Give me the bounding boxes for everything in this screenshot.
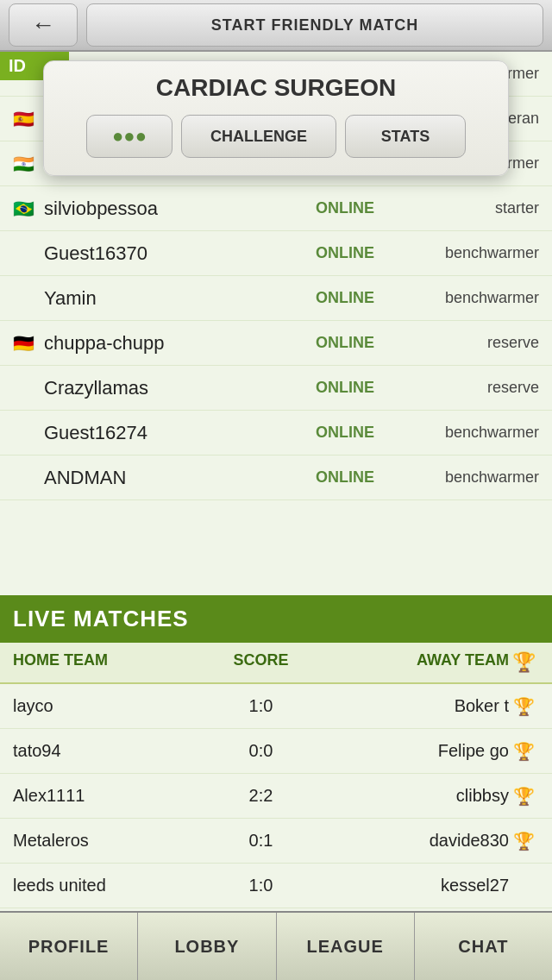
player-rank: benchwarmer xyxy=(401,468,539,487)
player-status: ONLINE xyxy=(289,334,401,352)
match-away-team: Felipe go xyxy=(304,741,510,761)
player-name: Guest16274 xyxy=(44,422,289,444)
player-rank: reserve xyxy=(401,379,539,397)
match-row[interactable]: layco 1:0 Boker t 🏆 xyxy=(0,684,552,729)
match-row[interactable]: leeds united 1:0 kessel27 xyxy=(0,864,552,908)
modal-title: CARDIAC SURGEON xyxy=(61,74,491,102)
match-home-team: layco xyxy=(13,696,218,716)
player-status: ONLINE xyxy=(289,379,401,397)
profile-nav-button[interactable]: PROFILE xyxy=(0,913,138,980)
player-name: ANDMAN xyxy=(44,467,289,489)
trophy-icon: 🏆 xyxy=(509,696,539,717)
trophy-icon: 🏆 xyxy=(509,741,539,762)
league-nav-button[interactable]: LEAGUE xyxy=(277,913,415,980)
match-home-team: tato94 xyxy=(13,741,218,761)
player-row[interactable]: 🇧🇷 silviobpessoa ONLINE starter xyxy=(0,186,552,231)
player-flag: 🇧🇷 xyxy=(13,198,37,219)
player-name: Crazyllamas xyxy=(44,377,289,399)
match-score: 0:1 xyxy=(218,831,304,851)
player-status: ONLINE xyxy=(289,244,401,262)
match-score: 1:0 xyxy=(218,876,304,895)
dots-button[interactable]: ●●● xyxy=(86,115,172,158)
player-row[interactable]: Guest16370 ONLINE benchwarmer xyxy=(0,231,552,276)
player-flag: 🇩🇪 xyxy=(13,333,37,354)
player-row[interactable]: ANDMAN ONLINE benchwarmer xyxy=(0,455,552,500)
matches-table-header: HOME TEAM SCORE AWAY TEAM 🏆 xyxy=(0,643,552,684)
match-row[interactable]: tato94 0:0 Felipe go 🏆 xyxy=(0,729,552,774)
trophy-icon: 🏆 xyxy=(509,786,539,807)
trophy-icon: 🏆 xyxy=(509,831,539,851)
player-name: Guest16370 xyxy=(44,242,289,265)
player-rank: benchwarmer xyxy=(401,289,539,307)
player-name: silviobpessoa xyxy=(44,198,289,220)
match-away-team: Boker t xyxy=(304,696,510,716)
stats-button[interactable]: STATS xyxy=(345,115,466,158)
player-status: ONLINE xyxy=(289,289,401,307)
player-rank: benchwarmer xyxy=(401,424,539,442)
match-row[interactable]: Alex1111 2:2 clibbsy 🏆 xyxy=(0,774,552,819)
modal-buttons: ●●● CHALLENGE STATS xyxy=(61,115,491,158)
player-name: Yamin xyxy=(44,287,289,310)
player-row[interactable]: Yamin ONLINE benchwarmer xyxy=(0,276,552,321)
match-away-team: clibbsy xyxy=(304,786,510,806)
player-rank: starter xyxy=(401,199,539,217)
player-status: ONLINE xyxy=(289,424,401,442)
match-away-team: davide830 xyxy=(304,831,510,851)
bottom-nav: PROFILE LOBBY LEAGUE CHAT xyxy=(0,911,552,980)
match-score: 2:2 xyxy=(218,786,304,806)
matches-table: HOME TEAM SCORE AWAY TEAM 🏆 layco 1:0 Bo… xyxy=(0,643,552,953)
player-modal: CARDIAC SURGEON ●●● CHALLENGE STATS xyxy=(43,60,509,176)
live-matches-header: LIVE MATCHES xyxy=(0,595,552,643)
player-status: ONLINE xyxy=(289,468,401,487)
match-score: 1:0 xyxy=(218,696,304,716)
match-home-team: Metaleros xyxy=(13,831,218,851)
start-friendly-match-button[interactable]: START FRIENDLY MATCH xyxy=(86,3,543,47)
match-home-team: Alex1111 xyxy=(13,786,218,806)
live-matches-title: LIVE MATCHES xyxy=(13,606,189,631)
match-score: 0:0 xyxy=(218,741,304,761)
modal-overlay: CARDIAC SURGEON ●●● CHALLENGE STATS xyxy=(0,52,552,176)
score-header: SCORE xyxy=(218,651,304,674)
player-status: ONLINE xyxy=(289,199,401,217)
lobby-nav-button[interactable]: LOBBY xyxy=(138,913,276,980)
home-team-header: HOME TEAM xyxy=(13,651,218,674)
player-rank: benchwarmer xyxy=(401,244,539,262)
player-row[interactable]: Crazyllamas ONLINE reserve xyxy=(0,366,552,411)
match-home-team: leeds united xyxy=(13,876,218,895)
player-name: chuppa-chupp xyxy=(44,332,289,355)
player-row[interactable]: 🇩🇪 chuppa-chupp ONLINE reserve xyxy=(0,321,552,366)
top-bar: ← START FRIENDLY MATCH xyxy=(0,0,552,52)
chat-nav-button[interactable]: CHAT xyxy=(415,913,552,980)
trophy-header: 🏆 xyxy=(509,651,539,674)
match-away-team: kessel27 xyxy=(304,876,510,895)
match-row[interactable]: Metaleros 0:1 davide830 🏆 xyxy=(0,819,552,864)
away-team-header: AWAY TEAM xyxy=(304,651,510,674)
back-button[interactable]: ← xyxy=(9,3,78,47)
player-rank: reserve xyxy=(401,334,539,352)
challenge-button[interactable]: CHALLENGE xyxy=(181,115,336,158)
player-row[interactable]: Guest16274 ONLINE benchwarmer xyxy=(0,411,552,455)
